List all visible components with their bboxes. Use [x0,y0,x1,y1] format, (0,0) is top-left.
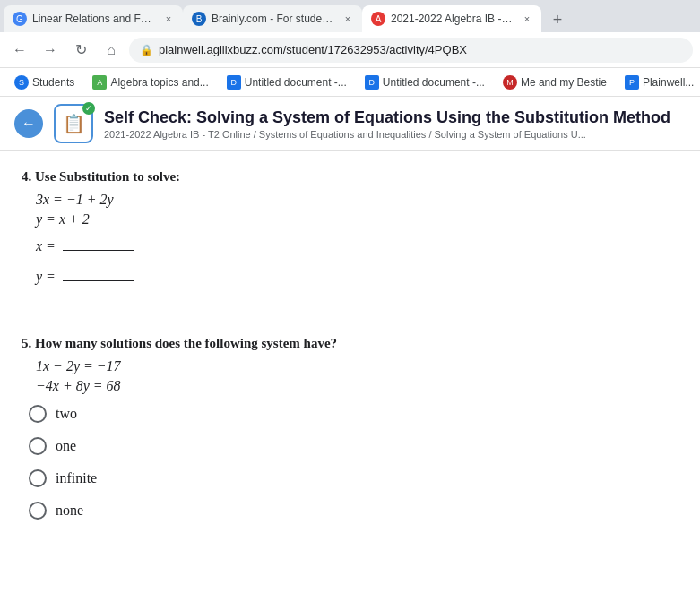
radio-circle-infinite[interactable] [29,469,47,487]
activity-title-block: Self Check: Solving a System of Equation… [104,108,686,140]
address-text: plainwell.agilixbuzz.com/student/1726329… [159,43,682,56]
tab-bar: G Linear Relations and Functions , and ×… [0,0,700,32]
tab-linear-relations[interactable]: G Linear Relations and Functions , and × [4,5,183,32]
bookmark-favicon-bestie: M [503,75,517,90]
bookmark-favicon-algebra: A [92,75,107,90]
radio-circle-one[interactable] [29,437,47,455]
new-tab-button[interactable]: + [545,7,570,32]
question-4-answer-x[interactable]: x = [36,238,134,254]
bookmark-label-algebra: Algebra topics and... [110,76,208,89]
radio-label-none: none [56,503,83,519]
question-4-eq1: 3x = −1 + 2y [36,192,678,208]
bookmark-plainwell[interactable]: P Plainwell... [618,72,700,93]
check-badge: ✓ [82,102,95,115]
tab-label-linear: Linear Relations and Functions , and [32,13,156,25]
activity-header: ← 📋 ✓ Self Check: Solving a System of Eq… [0,97,700,151]
activity-breadcrumb: 2021-2022 Algebra IB - T2 Online / Syste… [104,129,686,140]
browser-frame: G Linear Relations and Functions , and ×… [0,0,700,610]
radio-label-infinite: infinite [56,470,97,486]
radio-option-one[interactable]: one [29,437,678,455]
y-blank[interactable] [63,280,134,281]
question-4-block: 4. Use Substitution to solve: 3x = −1 + … [22,169,678,314]
tab-close-agilix[interactable]: × [520,12,534,26]
bookmark-students[interactable]: S Students [7,72,82,93]
bookmark-label-doc1: Untitled document -... [245,76,347,89]
question-5-eq2: −4x + 8y = 68 [36,378,678,394]
bookmark-label-plainwell: Plainwell... [643,76,694,89]
address-bar[interactable]: 🔒 plainwell.agilixbuzz.com/student/17263… [129,38,693,63]
question-5-eq1: 1x − 2y = −17 [36,358,678,374]
clipboard-icon: 📋 [63,113,85,134]
activity-title: Self Check: Solving a System of Equation… [104,108,686,127]
tab-label-brainly: Brainly.com - For students. By st... [212,13,335,25]
question-4-answer-y[interactable]: y = [36,269,134,285]
radio-label-two: two [56,406,77,422]
tab-favicon-agilix: A [371,12,385,26]
bookmark-bestie[interactable]: M Me and my Bestie [496,72,614,93]
back-arrow-icon: ← [22,116,36,132]
bookmark-favicon-doc2: D [365,75,379,90]
radio-label-one: one [56,438,76,454]
lock-icon: 🔒 [140,44,153,56]
radio-option-two[interactable]: two [29,405,678,423]
bookmark-algebra[interactable]: A Algebra topics and... [85,72,215,93]
content-area: 4. Use Substitution to solve: 3x = −1 + … [0,151,700,610]
bookmark-favicon-plainwell: P [625,75,639,90]
activity-back-button[interactable]: ← [14,109,43,138]
back-button[interactable]: ← [7,38,32,63]
bookmark-label-bestie: Me and my Bestie [521,76,607,89]
bookmark-label-students: Students [32,76,74,89]
bookmark-label-doc2: Untitled document -... [383,76,485,89]
tab-favicon-brainly: B [192,12,206,26]
radio-group-q5: two one infinite none [29,405,678,520]
x-blank[interactable] [63,250,134,251]
question-4-instruction: Use Substitution to solve: [35,169,180,184]
tab-agilix-active[interactable]: A 2021-2022 Algebra IB - T2 Onlin... × [362,5,541,32]
question-4-eq2: y = x + 2 [36,211,678,228]
bookmark-favicon-students: S [14,75,29,90]
radio-option-infinite[interactable]: infinite [29,469,678,487]
home-button[interactable]: ⌂ [99,38,124,63]
radio-option-none[interactable]: none [29,502,678,520]
question-5-number: 5. [22,336,35,350]
radio-circle-none[interactable] [29,502,47,520]
activity-icon: 📋 ✓ [54,104,93,143]
question-4-header: 4. Use Substitution to solve: [22,169,678,185]
bookmark-favicon-doc1: D [227,75,241,90]
question-5-header: 5. How many solutions does the following… [22,336,678,351]
reload-button[interactable]: ↻ [68,38,93,63]
tab-favicon-google: G [13,12,27,26]
bookmarks-bar: S Students A Algebra topics and... D Unt… [0,68,700,97]
tab-close-linear[interactable]: × [161,12,176,26]
tab-brainly[interactable]: B Brainly.com - For students. By st... × [183,5,362,32]
radio-circle-two[interactable] [29,405,47,423]
nav-bar: ← → ↻ ⌂ 🔒 plainwell.agilixbuzz.com/stude… [0,32,700,68]
tab-label-agilix: 2021-2022 Algebra IB - T2 Onlin... [391,13,514,25]
bookmark-untitled2[interactable]: D Untitled document -... [358,72,492,93]
bookmark-untitled1[interactable]: D Untitled document -... [220,72,354,93]
forward-button[interactable]: → [38,38,63,63]
question-5-block: 5. How many solutions does the following… [22,336,678,541]
question-4-number: 4. [22,169,35,184]
question-5-text: How many solutions does the following sy… [35,336,337,350]
tab-close-brainly[interactable]: × [341,12,355,26]
